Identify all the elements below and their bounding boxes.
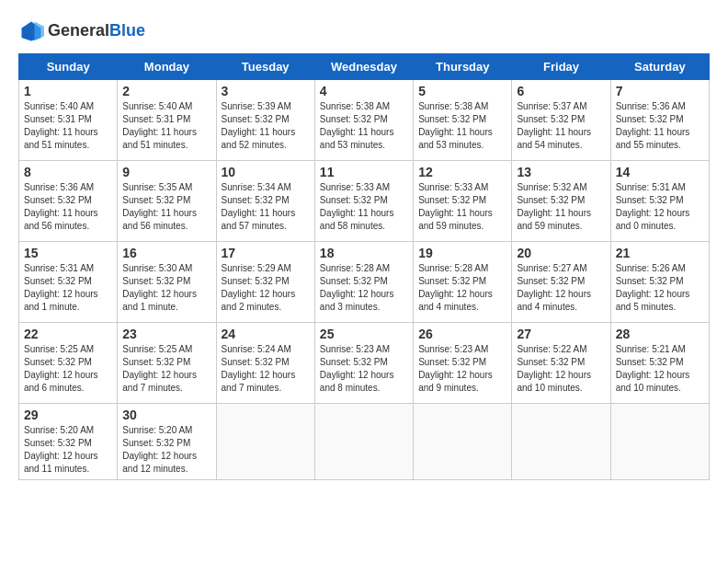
calendar-cell: 7Sunrise: 5:36 AM Sunset: 5:32 PM Daylig…	[610, 80, 709, 161]
day-info: Sunrise: 5:25 AM Sunset: 5:32 PM Dayligh…	[122, 343, 210, 395]
day-info: Sunrise: 5:31 AM Sunset: 5:32 PM Dayligh…	[24, 262, 112, 314]
day-number: 15	[24, 246, 112, 260]
calendar-cell: 1Sunrise: 5:40 AM Sunset: 5:31 PM Daylig…	[19, 80, 118, 161]
calendar-cell	[216, 404, 314, 480]
day-info: Sunrise: 5:36 AM Sunset: 5:32 PM Dayligh…	[24, 181, 112, 233]
day-number: 29	[24, 408, 112, 422]
day-number: 24	[222, 327, 310, 341]
day-number: 19	[418, 246, 506, 260]
week-row-5: 29Sunrise: 5:20 AM Sunset: 5:32 PM Dayli…	[19, 404, 710, 480]
calendar-cell: 2Sunrise: 5:40 AM Sunset: 5:31 PM Daylig…	[118, 80, 216, 161]
calendar-cell: 25Sunrise: 5:23 AM Sunset: 5:32 PM Dayli…	[314, 323, 413, 404]
day-number: 17	[222, 246, 310, 260]
day-number: 7	[616, 84, 704, 98]
day-info: Sunrise: 5:30 AM Sunset: 5:32 PM Dayligh…	[122, 262, 210, 314]
day-info: Sunrise: 5:33 AM Sunset: 5:32 PM Dayligh…	[418, 181, 506, 233]
calendar-cell: 6Sunrise: 5:37 AM Sunset: 5:32 PM Daylig…	[512, 80, 610, 161]
week-row-2: 8Sunrise: 5:36 AM Sunset: 5:32 PM Daylig…	[19, 161, 710, 242]
day-number: 9	[122, 165, 210, 179]
day-info: Sunrise: 5:38 AM Sunset: 5:32 PM Dayligh…	[320, 100, 408, 152]
calendar-cell	[610, 404, 709, 480]
day-number: 6	[517, 84, 605, 98]
day-number: 12	[418, 165, 506, 179]
day-number: 4	[320, 84, 408, 98]
calendar-cell: 12Sunrise: 5:33 AM Sunset: 5:32 PM Dayli…	[414, 161, 512, 242]
day-info: Sunrise: 5:21 AM Sunset: 5:32 PM Dayligh…	[616, 343, 704, 395]
calendar-cell: 18Sunrise: 5:28 AM Sunset: 5:32 PM Dayli…	[314, 242, 413, 323]
calendar-cell: 14Sunrise: 5:31 AM Sunset: 5:32 PM Dayli…	[610, 161, 709, 242]
calendar-cell: 3Sunrise: 5:39 AM Sunset: 5:32 PM Daylig…	[216, 80, 314, 161]
day-info: Sunrise: 5:39 AM Sunset: 5:32 PM Dayligh…	[222, 100, 310, 152]
calendar-cell: 15Sunrise: 5:31 AM Sunset: 5:32 PM Dayli…	[19, 242, 118, 323]
day-header-tuesday: Tuesday	[216, 54, 314, 80]
calendar-cell: 20Sunrise: 5:27 AM Sunset: 5:32 PM Dayli…	[512, 242, 610, 323]
day-number: 23	[122, 327, 210, 341]
day-info: Sunrise: 5:36 AM Sunset: 5:32 PM Dayligh…	[616, 100, 704, 152]
calendar-table: SundayMondayTuesdayWednesdayThursdayFrid…	[18, 53, 710, 480]
day-info: Sunrise: 5:35 AM Sunset: 5:32 PM Dayligh…	[122, 181, 210, 233]
calendar-cell: 23Sunrise: 5:25 AM Sunset: 5:32 PM Dayli…	[118, 323, 216, 404]
week-row-4: 22Sunrise: 5:25 AM Sunset: 5:32 PM Dayli…	[19, 323, 710, 404]
day-header-friday: Friday	[512, 54, 610, 80]
day-info: Sunrise: 5:37 AM Sunset: 5:32 PM Dayligh…	[517, 100, 605, 152]
day-info: Sunrise: 5:29 AM Sunset: 5:32 PM Dayligh…	[222, 262, 310, 314]
logo: GeneralBlue	[18, 18, 145, 44]
calendar-cell: 9Sunrise: 5:35 AM Sunset: 5:32 PM Daylig…	[118, 161, 216, 242]
day-header-thursday: Thursday	[414, 54, 512, 80]
week-row-3: 15Sunrise: 5:31 AM Sunset: 5:32 PM Dayli…	[19, 242, 710, 323]
calendar-cell: 4Sunrise: 5:38 AM Sunset: 5:32 PM Daylig…	[314, 80, 413, 161]
day-header-sunday: Sunday	[19, 54, 118, 80]
calendar-cell: 17Sunrise: 5:29 AM Sunset: 5:32 PM Dayli…	[216, 242, 314, 323]
calendar-cell: 30Sunrise: 5:20 AM Sunset: 5:32 PM Dayli…	[118, 404, 216, 480]
day-number: 21	[616, 246, 704, 260]
day-number: 26	[418, 327, 506, 341]
day-number: 20	[517, 246, 605, 260]
day-number: 1	[24, 84, 112, 98]
day-info: Sunrise: 5:31 AM Sunset: 5:32 PM Dayligh…	[616, 181, 704, 233]
calendar-cell: 28Sunrise: 5:21 AM Sunset: 5:32 PM Dayli…	[610, 323, 709, 404]
day-number: 2	[122, 84, 210, 98]
calendar-cell: 11Sunrise: 5:33 AM Sunset: 5:32 PM Dayli…	[314, 161, 413, 242]
day-info: Sunrise: 5:40 AM Sunset: 5:31 PM Dayligh…	[122, 100, 210, 152]
calendar-cell	[314, 404, 413, 480]
day-header-saturday: Saturday	[610, 54, 709, 80]
day-number: 11	[320, 165, 408, 179]
day-header-monday: Monday	[118, 54, 216, 80]
day-info: Sunrise: 5:38 AM Sunset: 5:32 PM Dayligh…	[418, 100, 506, 152]
day-number: 25	[320, 327, 408, 341]
day-info: Sunrise: 5:20 AM Sunset: 5:32 PM Dayligh…	[24, 424, 112, 476]
day-info: Sunrise: 5:33 AM Sunset: 5:32 PM Dayligh…	[320, 181, 408, 233]
day-info: Sunrise: 5:27 AM Sunset: 5:32 PM Dayligh…	[517, 262, 605, 314]
day-info: Sunrise: 5:22 AM Sunset: 5:32 PM Dayligh…	[517, 343, 605, 395]
day-number: 14	[616, 165, 704, 179]
day-number: 10	[222, 165, 310, 179]
day-info: Sunrise: 5:24 AM Sunset: 5:32 PM Dayligh…	[222, 343, 310, 395]
day-number: 16	[122, 246, 210, 260]
day-info: Sunrise: 5:28 AM Sunset: 5:32 PM Dayligh…	[320, 262, 408, 314]
day-info: Sunrise: 5:20 AM Sunset: 5:32 PM Dayligh…	[122, 424, 210, 476]
calendar-cell: 16Sunrise: 5:30 AM Sunset: 5:32 PM Dayli…	[118, 242, 216, 323]
calendar-cell: 27Sunrise: 5:22 AM Sunset: 5:32 PM Dayli…	[512, 323, 610, 404]
calendar-cell: 13Sunrise: 5:32 AM Sunset: 5:32 PM Dayli…	[512, 161, 610, 242]
day-number: 3	[222, 84, 310, 98]
calendar-header-row: SundayMondayTuesdayWednesdayThursdayFrid…	[19, 54, 710, 80]
week-row-1: 1Sunrise: 5:40 AM Sunset: 5:31 PM Daylig…	[19, 80, 710, 161]
calendar-cell: 5Sunrise: 5:38 AM Sunset: 5:32 PM Daylig…	[414, 80, 512, 161]
logo-text: GeneralBlue	[48, 22, 145, 40]
day-info: Sunrise: 5:32 AM Sunset: 5:32 PM Dayligh…	[517, 181, 605, 233]
calendar-cell: 26Sunrise: 5:23 AM Sunset: 5:32 PM Dayli…	[414, 323, 512, 404]
day-number: 22	[24, 327, 112, 341]
day-number: 5	[418, 84, 506, 98]
calendar-cell	[414, 404, 512, 480]
day-number: 18	[320, 246, 408, 260]
day-info: Sunrise: 5:34 AM Sunset: 5:32 PM Dayligh…	[222, 181, 310, 233]
calendar-cell: 8Sunrise: 5:36 AM Sunset: 5:32 PM Daylig…	[19, 161, 118, 242]
day-info: Sunrise: 5:25 AM Sunset: 5:32 PM Dayligh…	[24, 343, 112, 395]
calendar-cell: 21Sunrise: 5:26 AM Sunset: 5:32 PM Dayli…	[610, 242, 709, 323]
page-header: GeneralBlue	[18, 18, 710, 44]
calendar-body: 1Sunrise: 5:40 AM Sunset: 5:31 PM Daylig…	[19, 80, 710, 480]
calendar-cell: 22Sunrise: 5:25 AM Sunset: 5:32 PM Dayli…	[19, 323, 118, 404]
calendar-cell: 19Sunrise: 5:28 AM Sunset: 5:32 PM Dayli…	[414, 242, 512, 323]
calendar-cell: 10Sunrise: 5:34 AM Sunset: 5:32 PM Dayli…	[216, 161, 314, 242]
calendar-cell	[512, 404, 610, 480]
